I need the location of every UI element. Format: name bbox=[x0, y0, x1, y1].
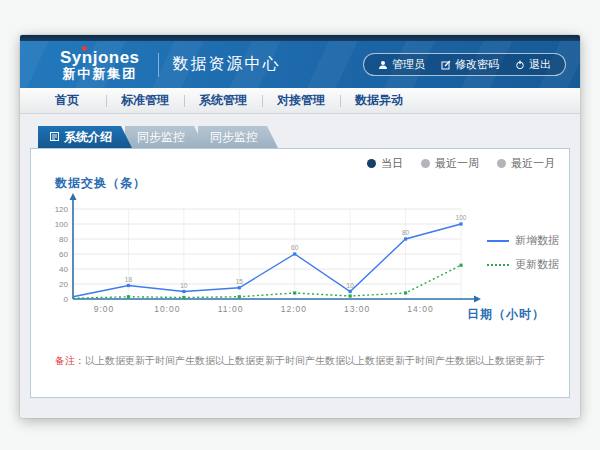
legend-label: 新增数据 bbox=[515, 233, 559, 248]
svg-text:20: 20 bbox=[59, 280, 68, 289]
svg-text:12:00: 12:00 bbox=[281, 304, 307, 314]
footnote-text: 以上数据更新于时间产生数据以上数据更新于时间产生数据以上数据更新于时间产生数据以… bbox=[85, 355, 545, 366]
logo-accent-dot bbox=[82, 46, 87, 51]
tab-system-intro[interactable]: 系统介绍 bbox=[38, 126, 132, 148]
radio-label: 当日 bbox=[381, 156, 403, 171]
radio-today[interactable]: 当日 bbox=[367, 156, 403, 171]
logout-button[interactable]: 退出 bbox=[515, 57, 551, 72]
nav-item-home[interactable]: 首页 bbox=[28, 88, 106, 113]
tab-sync-monitor-2[interactable]: 同步监控 bbox=[198, 126, 278, 148]
tab-label: 系统介绍 bbox=[64, 129, 112, 146]
svg-text:60: 60 bbox=[291, 244, 299, 251]
legend-item-updated-data: 更新数据 bbox=[487, 257, 559, 272]
tab-sync-monitor-1[interactable]: 同步监控 bbox=[125, 126, 205, 148]
radio-dot bbox=[421, 159, 430, 168]
username-label: 管理员 bbox=[392, 57, 425, 72]
nav-item-system-mgmt[interactable]: 系统管理 bbox=[184, 88, 262, 113]
svg-text:100: 100 bbox=[456, 214, 467, 221]
svg-text:60: 60 bbox=[59, 250, 68, 259]
chart-legend: 新增数据 更新数据 bbox=[487, 233, 559, 272]
document-icon bbox=[50, 130, 59, 144]
user-icon bbox=[378, 60, 388, 70]
svg-text:11:00: 11:00 bbox=[218, 304, 244, 314]
radio-dot-selected bbox=[367, 159, 376, 168]
y-axis-title: 数据交换（条） bbox=[55, 175, 146, 192]
app-header: Synjones 新中新集团 数据资源中心 管理员 修改密码 bbox=[20, 41, 580, 88]
change-password-button[interactable]: 修改密码 bbox=[441, 57, 499, 72]
tab-label: 同步监控 bbox=[137, 129, 185, 146]
svg-text:9:00: 9:00 bbox=[94, 304, 115, 314]
svg-text:80: 80 bbox=[402, 229, 410, 236]
radio-last-month[interactable]: 最近一月 bbox=[497, 156, 555, 171]
app-window: Synjones 新中新集团 数据资源中心 管理员 修改密码 bbox=[20, 35, 580, 418]
logo-text: Synjones bbox=[60, 49, 140, 67]
legend-label: 更新数据 bbox=[515, 257, 559, 272]
svg-text:10: 10 bbox=[180, 282, 188, 289]
svg-text:80: 80 bbox=[59, 235, 68, 244]
tab-bar: 系统介绍 同步监控 同步监控 bbox=[38, 126, 570, 148]
svg-text:13:00: 13:00 bbox=[344, 304, 370, 314]
svg-text:100: 100 bbox=[55, 220, 69, 229]
footnote: 备注：以上数据更新于时间产生数据以上数据更新于时间产生数据以上数据更新于时间产生… bbox=[31, 354, 569, 368]
svg-text:15: 15 bbox=[236, 278, 244, 285]
radio-last-week[interactable]: 最近一周 bbox=[421, 156, 479, 171]
page-title: 数据资源中心 bbox=[173, 54, 281, 75]
edit-icon bbox=[441, 60, 451, 70]
main-nav: 首页 标准管理 系统管理 对接管理 数据异动 bbox=[20, 88, 580, 114]
dotted-line-swatch-icon bbox=[487, 264, 509, 266]
svg-text:40: 40 bbox=[59, 265, 68, 274]
user-bar: 管理员 修改密码 退出 bbox=[363, 53, 566, 76]
svg-text:10:00: 10:00 bbox=[154, 304, 180, 314]
logo: Synjones 新中新集团 bbox=[60, 49, 140, 80]
logout-label: 退出 bbox=[529, 57, 551, 72]
content-area: 系统介绍 同步监控 同步监控 当日 最近一周 bbox=[20, 114, 580, 418]
chart-panel: 当日 最近一周 最近一月 数据交换（条） 日期（小时） 020406080100… bbox=[30, 148, 570, 398]
nav-item-data-change[interactable]: 数据异动 bbox=[340, 88, 418, 113]
solid-line-swatch-icon bbox=[487, 240, 509, 242]
power-icon bbox=[515, 60, 525, 70]
user-menu[interactable]: 管理员 bbox=[378, 57, 425, 72]
header-divider bbox=[158, 53, 159, 77]
legend-item-new-data: 新增数据 bbox=[487, 233, 559, 248]
svg-text:18: 18 bbox=[125, 276, 133, 283]
footnote-prefix: 备注： bbox=[55, 355, 85, 366]
nav-item-integration-mgmt[interactable]: 对接管理 bbox=[262, 88, 340, 113]
radio-label: 最近一周 bbox=[435, 156, 479, 171]
tab-label: 同步监控 bbox=[210, 129, 258, 146]
time-filter: 当日 最近一周 最近一月 bbox=[367, 156, 555, 171]
nav-item-standard-mgmt[interactable]: 标准管理 bbox=[106, 88, 184, 113]
change-password-label: 修改密码 bbox=[455, 57, 499, 72]
line-chart: 0204060801001209:0010:0011:0012:0013:001… bbox=[41, 191, 501, 319]
radio-label: 最近一月 bbox=[511, 156, 555, 171]
radio-dot bbox=[497, 159, 506, 168]
logo-subtext: 新中新集团 bbox=[60, 67, 140, 81]
svg-text:120: 120 bbox=[55, 205, 69, 214]
svg-text:0: 0 bbox=[64, 295, 69, 304]
svg-text:14:00: 14:00 bbox=[407, 304, 433, 314]
svg-text:10: 10 bbox=[347, 282, 355, 289]
